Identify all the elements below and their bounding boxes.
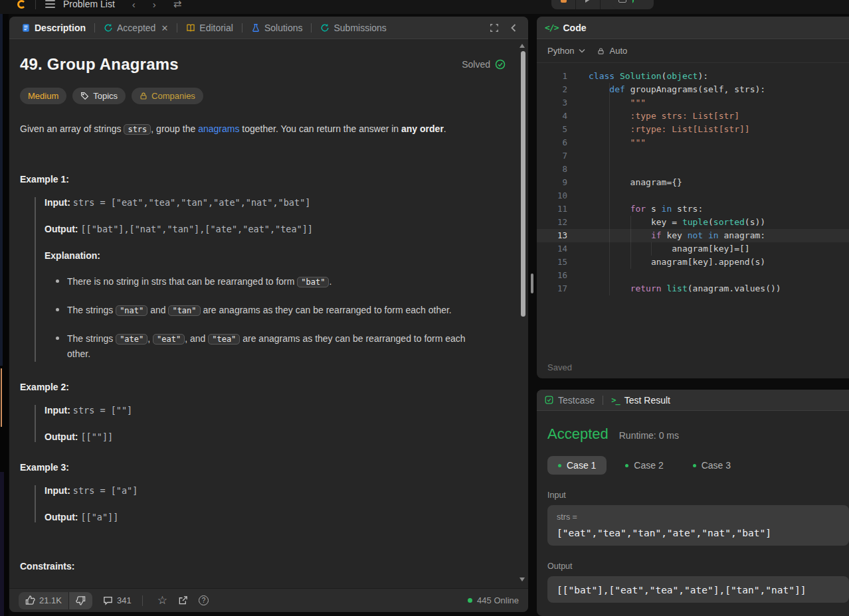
description-icon (21, 23, 31, 33)
debug-icon (561, 0, 567, 3)
code-line[interactable]: 14 anagram[key]=[] (537, 242, 849, 256)
companies-button[interactable]: Companies (132, 88, 203, 104)
run-button[interactable] (576, 0, 601, 9)
tab-solutions[interactable]: Solutions (247, 23, 307, 33)
lock-icon (597, 47, 605, 55)
code-line[interactable]: 9 anagram={} (537, 176, 849, 189)
comment-count: 341 (117, 595, 132, 605)
anagram-link[interactable]: anagrams (198, 123, 239, 134)
prev-problem-icon[interactable]: ‹ (132, 0, 136, 10)
line-number: 17 (537, 282, 567, 295)
tab-accepted[interactable]: Accepted✕ (100, 23, 172, 33)
code-line[interactable]: 16 (537, 269, 849, 282)
code-line[interactable]: 10 (537, 189, 849, 202)
top-navigation-bar: Problem List ‹ › ⇄ (0, 0, 849, 14)
editor-toolbar: Python Auto (537, 39, 849, 63)
code-line[interactable]: 1class Solution(object): (537, 70, 849, 83)
leetcode-logo[interactable] (17, 0, 26, 9)
case-tab-2[interactable]: Case 2 (614, 456, 674, 475)
tab-test-result[interactable]: >_ Test Result (611, 395, 670, 406)
favorite-button[interactable]: ☆ (157, 593, 167, 607)
case-label: Case 2 (634, 460, 663, 471)
line-number: 1 (537, 70, 567, 83)
code-line[interactable]: 11 for s in strs: (537, 202, 849, 216)
close-icon[interactable]: ✕ (159, 23, 168, 33)
runtime-label: Runtime: 0 ms (619, 430, 679, 441)
code-line[interactable]: 4 :type strs: List[str] (537, 110, 849, 123)
auto-label: Auto (609, 46, 627, 56)
help-button[interactable]: ? (199, 595, 209, 605)
line-number: 5 (537, 123, 567, 136)
language-selector[interactable]: Python (547, 46, 585, 56)
case-tab-3[interactable]: Case 3 (682, 456, 741, 475)
save-status: Saved (547, 362, 572, 372)
dislike-button[interactable] (68, 592, 92, 609)
code-line[interactable]: 6 """ (537, 136, 849, 149)
menu-icon[interactable] (45, 0, 55, 8)
tab-editorial[interactable]: Editorial (182, 23, 237, 33)
terminal-icon: >_ (611, 396, 619, 405)
line-content: :type strs: List[str] (589, 110, 739, 123)
book-icon (186, 23, 195, 33)
code-panel-header: </> Code (537, 17, 849, 39)
check-circle-icon (495, 59, 506, 70)
shuffle-icon[interactable]: ⇄ (173, 0, 182, 10)
code-line[interactable]: 5 :rtype: List[List[str]] (537, 123, 849, 136)
test-result-tab-label: Test Result (624, 395, 670, 406)
code-line[interactable]: 2 def groupAnagrams(self, strs): (537, 83, 849, 96)
comments-button[interactable]: 341 (103, 595, 132, 605)
input-box[interactable]: strs = ["eat","tea","tan","ate","nat","b… (547, 505, 849, 546)
problem-list-label[interactable]: Problem List (63, 0, 115, 9)
tab-description[interactable]: Description (17, 23, 90, 33)
code-icon: </> (545, 23, 558, 33)
online-status: 445 Online (468, 595, 519, 605)
panel-resize-handle[interactable] (531, 273, 533, 293)
output-label: Output (547, 562, 841, 571)
solved-status: Solved (462, 59, 506, 70)
fullscreen-icon[interactable] (490, 23, 499, 33)
output-box[interactable]: [["bat"],["eat","tea","ate"],["tan","nat… (547, 576, 849, 603)
code-editor[interactable]: 1class Solution(object):2 def groupAnagr… (537, 63, 849, 295)
checkbox-check-icon (545, 396, 553, 404)
debug-button[interactable] (551, 0, 576, 9)
tab-submissions[interactable]: Submissions (316, 23, 390, 33)
inline-code: "bat" (297, 277, 329, 287)
code-line[interactable]: 3 """ (537, 96, 849, 110)
line-content: """ (589, 136, 646, 149)
vote-group: 21.1K (19, 592, 92, 609)
example-output: Output: [[""]] (45, 431, 502, 442)
next-problem-icon[interactable]: › (153, 0, 156, 10)
description-tabbar: DescriptionAccepted✕EditorialSolutionsSu… (9, 17, 528, 39)
text-segment: Given an array of strings (20, 123, 124, 134)
input-value: ["eat","tea","tan","ate","nat","bat"] (557, 528, 840, 538)
auto-toggle[interactable]: Auto (597, 46, 627, 56)
line-number: 15 (537, 256, 567, 269)
like-button[interactable]: 21.1K (19, 592, 68, 609)
testcase-tabbar: Testcase >_ Test Result (537, 390, 849, 411)
divider (35, 0, 36, 9)
topics-button[interactable]: Topics (72, 88, 126, 104)
case-tab-1[interactable]: Case 1 (547, 456, 607, 475)
code-line[interactable]: 12 key = tuple(sorted(s)) (537, 216, 849, 229)
code-line[interactable]: 15 anagram[key].append(s) (537, 256, 849, 269)
code-line[interactable]: 7 (537, 149, 849, 163)
star-icon: ☆ (157, 593, 167, 607)
collapse-panel-icon[interactable] (510, 23, 518, 33)
tab-testcase[interactable]: Testcase (545, 395, 595, 406)
scrollbar-up-arrow[interactable] (519, 44, 525, 48)
code-line[interactable]: 13 if key not in anagram: (537, 229, 849, 242)
line-content: def groupAnagrams(self, strs): (589, 83, 765, 96)
scrollbar-thumb[interactable] (521, 51, 525, 317)
layout-button[interactable] (613, 0, 632, 9)
line-number: 14 (537, 242, 567, 256)
text-segment: , and (185, 333, 208, 344)
code-line[interactable]: 17 return list(anagram.values()) (537, 282, 849, 295)
example-input: Input: strs = ["a"] (45, 485, 502, 496)
code-line[interactable]: 8 (537, 163, 849, 176)
difficulty-badge[interactable]: Medium (20, 88, 66, 104)
example-input: Input: strs = ["eat","tea","tan","ate","… (45, 197, 502, 208)
problem-title: 49. Group Anagrams (20, 55, 179, 74)
share-button[interactable] (178, 595, 188, 605)
divider (311, 23, 312, 33)
scrollbar-down-arrow[interactable] (519, 578, 525, 581)
